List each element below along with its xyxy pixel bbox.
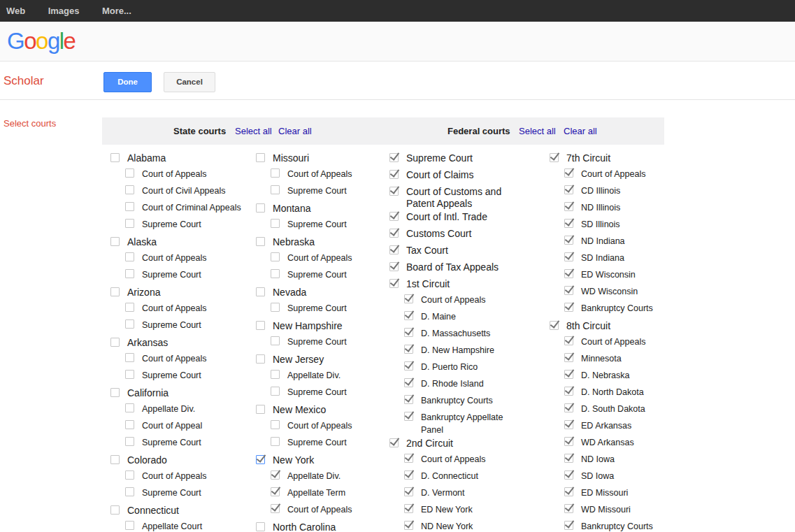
court-label[interactable]: ND Indiana [581, 235, 625, 247]
court-label[interactable]: Supreme Court [406, 152, 473, 164]
court-label[interactable]: Supreme Court [287, 185, 347, 197]
court-label[interactable]: Supreme Court [142, 436, 201, 449]
court-label[interactable]: 2nd Circuit [406, 438, 453, 450]
court-checkbox[interactable] [404, 412, 413, 421]
court-checkbox[interactable] [404, 345, 413, 354]
court-label[interactable]: Court of Appeals [581, 168, 645, 180]
court-label[interactable]: Court of Customs and Patent Appeals [406, 186, 527, 210]
court-checkbox[interactable] [404, 487, 413, 496]
court-checkbox[interactable] [256, 522, 265, 531]
court-checkbox[interactable] [564, 470, 573, 480]
court-label[interactable]: Supreme Court [287, 268, 347, 281]
court-checkbox[interactable] [389, 212, 399, 221]
court-label[interactable]: Supreme Court [287, 302, 347, 315]
court-checkbox[interactable] [271, 387, 280, 396]
court-label[interactable]: Supreme Court [142, 319, 201, 331]
court-checkbox[interactable] [271, 336, 280, 345]
court-checkbox[interactable] [271, 252, 280, 261]
court-checkbox[interactable] [271, 504, 280, 513]
court-label[interactable]: Court of Appeals [142, 168, 206, 180]
court-checkbox[interactable] [404, 521, 413, 530]
court-checkbox[interactable] [564, 370, 573, 379]
court-checkbox[interactable] [110, 338, 120, 347]
court-label[interactable]: ED Wisconsin [581, 268, 636, 281]
court-checkbox[interactable] [256, 321, 265, 330]
court-label[interactable]: Court of Criminal Appeals [142, 201, 241, 214]
court-checkbox[interactable] [125, 252, 134, 261]
court-checkbox[interactable] [389, 279, 399, 288]
court-label[interactable]: ED Missouri [581, 487, 628, 499]
court-label[interactable]: D. New Hampshire [421, 344, 494, 357]
court-checkbox[interactable] [110, 153, 120, 162]
court-checkbox[interactable] [564, 521, 573, 530]
court-checkbox[interactable] [110, 237, 120, 246]
court-label[interactable]: New Hampshire [273, 320, 343, 332]
court-label[interactable]: D. Puerto Rico [421, 361, 478, 373]
court-label[interactable]: Court of Appeals [287, 168, 352, 180]
court-checkbox[interactable] [110, 455, 120, 464]
court-checkbox[interactable] [389, 438, 399, 447]
court-label[interactable]: Supreme Court [142, 218, 201, 231]
court-label[interactable]: North Carolina [273, 522, 336, 532]
court-label[interactable]: New York [273, 454, 314, 466]
court-label[interactable]: Alaska [127, 236, 157, 248]
court-label[interactable]: Nebraska [273, 236, 315, 248]
court-checkbox[interactable] [564, 185, 573, 194]
court-checkbox[interactable] [404, 328, 413, 337]
court-label[interactable]: Bankruptcy Courts [421, 394, 493, 407]
court-checkbox[interactable] [389, 245, 399, 254]
court-label[interactable]: D. Rhode Island [421, 378, 484, 390]
court-label[interactable]: WD Wisconsin [581, 285, 638, 298]
court-checkbox[interactable] [125, 403, 134, 412]
court-label[interactable]: Connecticut [127, 505, 179, 517]
court-label[interactable]: Supreme Court [142, 369, 201, 382]
court-label[interactable]: Court of Appeals [287, 252, 352, 264]
court-checkbox[interactable] [564, 286, 573, 295]
court-checkbox[interactable] [125, 202, 134, 211]
court-label[interactable]: Court of Appeals [142, 470, 206, 482]
court-checkbox[interactable] [564, 504, 573, 513]
court-label[interactable]: ED Arkansas [581, 419, 631, 432]
court-checkbox[interactable] [125, 269, 134, 278]
court-checkbox[interactable] [404, 470, 413, 480]
court-checkbox[interactable] [125, 303, 134, 312]
court-label[interactable]: Court of Civil Appeals [142, 185, 226, 197]
court-label[interactable]: D. North Dakota [581, 386, 644, 398]
court-label[interactable]: SD Illinois [581, 218, 620, 231]
court-checkbox[interactable] [404, 504, 413, 513]
court-checkbox[interactable] [271, 470, 280, 480]
court-label[interactable]: Supreme Court [287, 386, 347, 398]
court-label[interactable]: ED New York [421, 503, 473, 516]
court-checkbox[interactable] [110, 505, 120, 515]
federal-clear-all-link[interactable]: Clear all [564, 117, 597, 145]
court-checkbox[interactable] [271, 487, 280, 496]
court-checkbox[interactable] [404, 311, 413, 320]
court-checkbox[interactable] [271, 437, 280, 446]
court-label[interactable]: SD Iowa [581, 470, 614, 482]
court-checkbox[interactable] [256, 455, 265, 464]
court-label[interactable]: Appellate Div. [287, 369, 341, 382]
federal-select-all-link[interactable]: Select all [519, 117, 556, 145]
court-checkbox[interactable] [564, 403, 573, 412]
court-checkbox[interactable] [125, 353, 134, 362]
court-checkbox[interactable] [564, 487, 573, 496]
court-checkbox[interactable] [271, 420, 280, 429]
nav-more-link[interactable]: More... [92, 0, 141, 22]
court-checkbox[interactable] [110, 388, 120, 397]
court-checkbox[interactable] [564, 269, 573, 278]
court-checkbox[interactable] [564, 252, 573, 261]
court-checkbox[interactable] [564, 353, 573, 362]
court-checkbox[interactable] [564, 420, 573, 429]
court-label[interactable]: Court of Appeals [421, 453, 485, 466]
state-clear-all-link[interactable]: Clear all [278, 117, 312, 145]
court-label[interactable]: Supreme Court [142, 268, 201, 281]
court-checkbox[interactable] [271, 168, 280, 178]
court-label[interactable]: 7th Circuit [566, 152, 610, 164]
court-checkbox[interactable] [404, 395, 413, 404]
court-label[interactable]: New Mexico [273, 404, 326, 416]
google-logo[interactable]: Google [7, 28, 75, 55]
court-label[interactable]: Arkansas [127, 337, 168, 349]
court-label[interactable]: Customs Court [406, 228, 471, 240]
court-checkbox[interactable] [271, 219, 280, 228]
court-checkbox[interactable] [389, 153, 399, 162]
